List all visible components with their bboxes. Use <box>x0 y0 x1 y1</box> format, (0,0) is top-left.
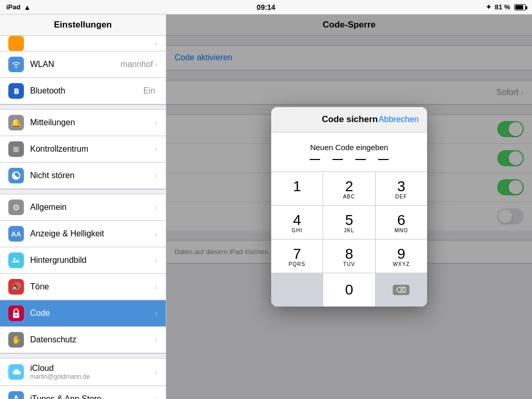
anzeige-chevron: › <box>155 230 157 238</box>
key-7-main: 7 <box>293 246 301 262</box>
bluetooth-label: Bluetooth <box>30 86 143 96</box>
key-8[interactable]: 8 TUV <box>323 240 375 273</box>
key-3[interactable]: 3 DEF <box>376 172 427 205</box>
key-4-sub: GHI <box>291 228 302 233</box>
nichtStoeren-chevron: › <box>155 171 157 180</box>
dot-2 <box>332 159 343 160</box>
icloud-label: iCloud <box>30 364 54 373</box>
key-6[interactable]: 6 MNO <box>376 206 427 239</box>
code-icon <box>8 305 24 321</box>
key-5[interactable]: 5 JKL <box>323 206 375 239</box>
key-3-main: 3 <box>397 178 406 195</box>
sidebar-item-bluetooth[interactable]: ʙ Bluetooth Ein <box>0 78 166 104</box>
modal-overlay: Code sichern Abbrechen Neuen Code eingeb… <box>166 15 532 399</box>
bluetooth-icon: ✦ <box>486 3 491 11</box>
kontrollzentrum-label: Kontrollzentrum <box>30 144 155 154</box>
svg-point-2 <box>16 315 17 316</box>
sidebar-item-icloud[interactable]: iCloud martin@goldmann.de › <box>0 358 166 386</box>
battery-label: 81 % <box>495 3 510 11</box>
toene-label: Töne <box>30 282 155 291</box>
allgemein-icon: ⚙ <box>8 200 24 215</box>
key-4-main: 4 <box>293 212 301 229</box>
kontrollzentrum-chevron: › <box>155 145 157 153</box>
icloud-chevron: › <box>155 368 157 376</box>
sidebar-item-hintergrundbild[interactable]: Hintergrundbild › <box>0 247 166 274</box>
chevron-partial: › <box>155 39 157 48</box>
itunes-label: iTunes & App Store <box>30 394 155 399</box>
key-7[interactable]: 7 PQRS <box>271 240 323 273</box>
dot-1 <box>310 159 320 160</box>
sidebar-item-code[interactable]: Code › <box>0 300 166 327</box>
nichtStoeren-label: Nicht stören <box>30 171 155 180</box>
sidebar-item-kontrollzentrum[interactable]: ⊞ Kontrollzentrum › <box>0 136 166 163</box>
datenschutz-icon: ✋ <box>8 332 24 348</box>
itunes-icon: A <box>8 391 24 399</box>
sidebar-item-allgemein[interactable]: ⚙ Allgemein › <box>0 194 166 221</box>
key-9-main: 9 <box>397 246 406 262</box>
key-row-1: 1 2 ABC 3 DEF <box>271 171 427 205</box>
anzeige-label: Anzeige & Helligkeit <box>30 229 155 238</box>
key-row-2: 4 GHI 5 JKL 6 MNO <box>271 205 427 239</box>
sidebar-item-nichtStoeren[interactable]: Nicht stören › <box>0 163 166 189</box>
hintergrundbild-label: Hintergrundbild <box>30 256 155 265</box>
sidebar-item-anzeige[interactable]: AA Anzeige & Helligkeit › <box>0 221 166 247</box>
mitteilungen-label: Mitteilungen <box>30 118 155 127</box>
dot-3 <box>355 159 366 160</box>
sidebar-item-wlan[interactable]: WLAN mannhof › <box>0 51 166 78</box>
bluetooth-value: Ein <box>143 86 155 96</box>
keypad-dots <box>280 159 419 160</box>
keypad-cancel-button[interactable]: Abbrechen <box>379 115 419 124</box>
sidebar-item-toene[interactable]: 🔊 Töne › <box>0 274 166 300</box>
sidebar-item-partial[interactable]: › <box>0 36 166 51</box>
mitteilungen-icon: 🔔 <box>8 115 24 130</box>
key-9[interactable]: 9 WXYZ <box>376 240 427 273</box>
key-0[interactable]: 0 <box>323 273 375 307</box>
datenschutz-chevron: › <box>155 336 157 344</box>
wifi-icon: ▲ <box>23 3 31 11</box>
allgemein-chevron: › <box>155 203 157 211</box>
key-5-main: 5 <box>345 212 353 229</box>
key-2[interactable]: 2 ABC <box>323 172 375 205</box>
key-1-sub <box>296 194 298 200</box>
toene-chevron: › <box>155 283 157 291</box>
keypad-title: Code sichern <box>321 114 379 125</box>
nichtStoeren-icon <box>8 168 24 183</box>
key-1-main: 1 <box>293 178 301 195</box>
toene-icon: 🔊 <box>8 279 24 295</box>
hintergrundbild-icon <box>8 252 24 268</box>
key-8-main: 8 <box>345 246 353 262</box>
itunes-chevron: › <box>155 395 157 399</box>
datenschutz-label: Datenschutz <box>30 335 155 344</box>
sidebar-item-datenschutz[interactable]: ✋ Datenschutz › <box>0 327 166 353</box>
key-empty <box>271 273 323 307</box>
key-delete[interactable]: ⌫ <box>376 273 427 307</box>
code-chevron: › <box>155 309 157 317</box>
keypad-input-area: Neuen Code eingeben <box>271 132 427 171</box>
wlan-value: mannhof <box>121 60 153 69</box>
key-0-main: 0 <box>345 282 353 298</box>
key-2-main: 2 <box>345 178 353 195</box>
key-delete-icon: ⌫ <box>393 285 409 295</box>
keypad-keys: 1 2 ABC 3 DEF <box>271 171 427 307</box>
key-7-sub: PQRS <box>288 261 305 267</box>
hintergrundbild-chevron: › <box>155 256 157 264</box>
wlan-icon <box>8 57 24 72</box>
key-9-sub: WXYZ <box>393 261 410 267</box>
key-5-sub: JKL <box>344 228 354 233</box>
icloud-icon <box>8 364 24 380</box>
mitteilungen-chevron: › <box>155 118 157 127</box>
icloud-sublabel: martin@goldmann.de <box>30 373 155 380</box>
keypad-dialog: Code sichern Abbrechen Neuen Code eingeb… <box>271 107 427 307</box>
key-4[interactable]: 4 GHI <box>271 206 323 239</box>
status-bar: iPad ▲ 09:14 ✦ 81 % <box>0 0 532 15</box>
sidebar-item-mitteilungen[interactable]: 🔔 Mitteilungen › <box>0 110 166 136</box>
content-panel: Code-Sperre Code aktivieren Sofort › <box>166 15 532 399</box>
sidebar: Einstellungen › WLAN mannhof › ʙ Bluetoo… <box>0 15 166 399</box>
key-1[interactable]: 1 <box>271 172 323 205</box>
wlan-chevron: › <box>155 60 157 69</box>
allgemein-label: Allgemein <box>30 203 155 212</box>
keypad-header: Code sichern Abbrechen <box>271 107 427 132</box>
sidebar-item-itunes[interactable]: A iTunes & App Store › <box>0 386 166 399</box>
bluetooth-icon: ʙ <box>8 83 24 99</box>
key-8-sub: TUV <box>343 261 355 267</box>
